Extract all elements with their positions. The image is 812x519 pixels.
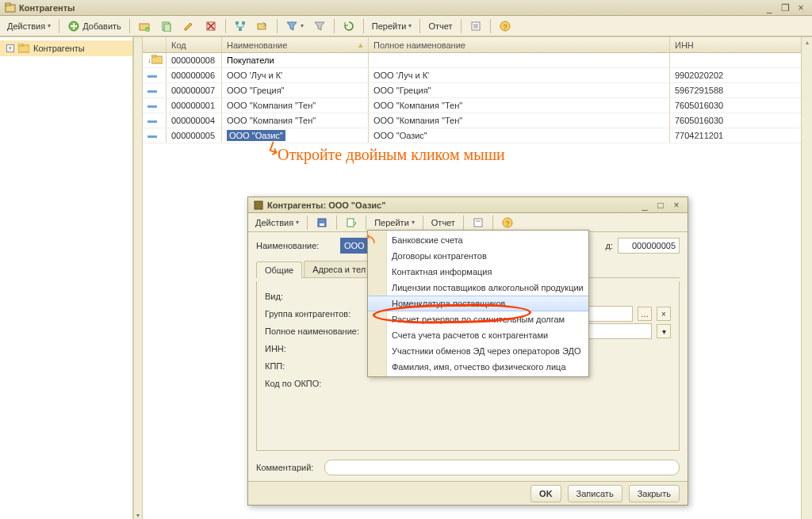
table-row[interactable]: ↓ 000000008Покупатели	[143, 53, 812, 68]
table-body: ↓ 000000008Покупатели000000006ООО 'Луч и…	[143, 53, 812, 143]
refresh-button[interactable]	[339, 18, 359, 34]
comment-label: Комментарий:	[256, 463, 320, 472]
filter-button[interactable]: ▾	[282, 18, 308, 34]
cell-name: Покупатели	[222, 53, 369, 67]
header-icon-col[interactable]	[143, 37, 167, 52]
cell-fullname: ООО "Греция"	[369, 83, 670, 97]
dialog-actions-button[interactable]: Действия▾	[251, 215, 303, 231]
cell-name: ООО "Оазис"	[222, 128, 369, 143]
move-icon	[256, 20, 269, 32]
dialog-reread-button[interactable]	[341, 215, 362, 231]
splitter[interactable]: ▾	[133, 37, 143, 519]
help-button[interactable]: ?	[495, 18, 515, 34]
fullname-dropdown-button[interactable]: ▾	[657, 324, 671, 338]
write-button[interactable]: Записать	[568, 485, 622, 502]
list-settings-button[interactable]	[465, 18, 486, 34]
group-select-button[interactable]: …	[638, 307, 652, 321]
close-dialog-button[interactable]: Закрыть	[629, 485, 680, 502]
menu-item[interactable]: Участники обменов ЭД через операторов ЭД…	[368, 343, 588, 359]
dialog-maximize-button[interactable]: □	[654, 200, 667, 211]
dialog-close-button[interactable]: ×	[670, 200, 683, 211]
menu-item[interactable]: Номенклатура поставщиков	[368, 296, 588, 311]
header-name[interactable]: Наименование▴	[222, 37, 369, 52]
main-window: Контрагенты _ ❐ × Действия▾ Добавить + ▾…	[0, 0, 812, 519]
dialog-form-button[interactable]	[468, 215, 488, 231]
hierarchy-icon	[234, 20, 247, 32]
svg-rect-30	[147, 120, 157, 123]
form-icon	[472, 216, 485, 229]
filter-off-button[interactable]	[309, 18, 330, 34]
table-row[interactable]: 000000007ООО "Греция"ООО "Греция"5967291…	[143, 83, 812, 98]
svg-rect-35	[347, 219, 354, 227]
svg-rect-4	[71, 25, 77, 27]
header-inn[interactable]: ИНН	[670, 37, 812, 52]
edit-button[interactable]	[178, 18, 199, 34]
table-row[interactable]: 000000001ООО "Компания "Тен"ООО "Компани…	[143, 98, 812, 113]
table-header: Код Наименование▴ Полное наименование ИН…	[143, 37, 812, 53]
goto-menu-button[interactable]: Перейти▾	[368, 18, 416, 34]
close-button[interactable]: ×	[795, 2, 807, 13]
table-row[interactable]: 000000006ООО 'Луч и К'ООО 'Луч и К'99020…	[143, 68, 812, 83]
dialog-title: Контрагенты: ООО "Оазис"	[267, 200, 385, 210]
cell-inn: 7605016030	[670, 113, 812, 128]
cell-name: ООО "Компания "Тен"	[222, 113, 369, 128]
mark-delete-button[interactable]	[201, 18, 221, 34]
app-icon	[5, 2, 16, 13]
svg-rect-26	[151, 55, 156, 57]
minimize-button[interactable]: _	[763, 2, 776, 13]
edit-icon	[182, 20, 195, 32]
svg-rect-1	[6, 3, 10, 6]
comment-input[interactable]	[324, 460, 680, 475]
tree-root-item[interactable]: + Контрагенты	[0, 40, 132, 56]
filter-off-icon	[313, 20, 326, 32]
header-code[interactable]: Код	[167, 37, 222, 52]
add-button[interactable]: Добавить	[63, 18, 125, 34]
vertical-scrollbar[interactable]: ▴	[801, 37, 812, 519]
table-row[interactable]: 000000004ООО "Компания "Тен"ООО "Компани…	[143, 113, 812, 128]
help-icon: ?	[501, 216, 514, 229]
filter-icon	[285, 20, 298, 32]
menu-item[interactable]: Банковские счета	[368, 232, 588, 248]
save-icon	[316, 216, 328, 229]
header-fullname[interactable]: Полное наименование	[369, 37, 670, 52]
svg-rect-34	[320, 223, 324, 226]
cell-code: 000000005	[167, 128, 222, 143]
dialog-footer: OK Записать Закрыть	[248, 481, 688, 505]
maximize-button[interactable]: ❐	[779, 2, 791, 13]
expand-icon[interactable]: +	[6, 44, 14, 52]
code-input[interactable]: 000000005	[618, 238, 680, 254]
menu-item[interactable]: Договоры контрагентов	[368, 248, 588, 264]
move-button[interactable]	[252, 18, 273, 34]
svg-text:?: ?	[503, 23, 507, 31]
add-folder-button[interactable]: +	[134, 18, 155, 34]
dialog-report-button[interactable]: Отчет	[427, 215, 459, 231]
report-button[interactable]: Отчет	[424, 18, 456, 34]
menu-item[interactable]: Фамилия, имя, отчество физического лица	[368, 359, 588, 375]
sort-icon: ▴	[358, 40, 363, 50]
menu-item[interactable]: Лицензии поставщиков алкогольной продукц…	[368, 280, 588, 296]
tab-addresses[interactable]: Адреса и тел	[304, 261, 374, 277]
ok-button[interactable]: OK	[530, 485, 561, 502]
splitter-handle-icon: ▾	[136, 512, 140, 519]
hierarchy-button[interactable]	[230, 18, 251, 34]
menu-item[interactable]: Расчет резервов по сомнительным долгам	[368, 311, 588, 327]
dialog-minimize-button[interactable]: _	[638, 200, 651, 211]
svg-rect-31	[147, 135, 157, 138]
menu-item[interactable]: Счета учета расчетов с контрагентами	[368, 327, 588, 343]
svg-rect-36	[474, 219, 482, 227]
group-label: Группа контрагентов:	[265, 309, 368, 319]
actions-menu-button[interactable]: Действия▾	[3, 18, 55, 34]
cell-name: ООО 'Луч и К'	[222, 68, 369, 82]
dialog-help-button[interactable]: ?	[497, 215, 518, 231]
dialog-titlebar: Контрагенты: ООО "Оазис" _ □ ×	[248, 197, 688, 213]
cell-fullname: ООО "Оазис"	[369, 128, 670, 143]
table-row[interactable]: 000000005ООО "Оазис"ООО "Оазис"770421120…	[143, 128, 812, 143]
tab-general[interactable]: Общие	[256, 261, 302, 278]
item-icon	[147, 130, 157, 141]
menu-item[interactable]: Контактная информация	[368, 264, 588, 280]
dialog-save-button[interactable]	[312, 215, 332, 231]
copy-button[interactable]	[156, 18, 177, 34]
copy-icon	[160, 20, 173, 32]
dialog-goto-button[interactable]: Перейти▾	[370, 215, 419, 231]
group-clear-button[interactable]: ×	[657, 307, 671, 321]
